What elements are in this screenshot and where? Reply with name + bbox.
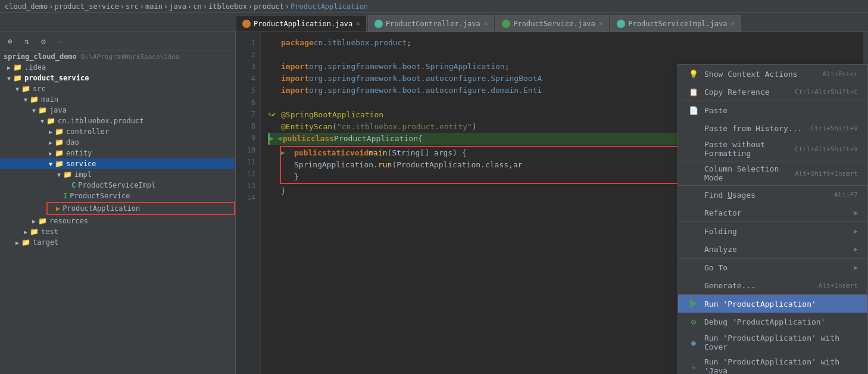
ctx-label-find-usages: Find Usages — [704, 191, 834, 200]
ctx-label-paste-from-history: Paste from History... — [704, 124, 811, 133]
arrow-controller: ▶ — [46, 129, 55, 135]
ctx-debug-productapplication[interactable]: ⚙ Debug 'ProductApplication' — [678, 313, 867, 331]
sidebar-label-dao: dao — [66, 138, 79, 147]
gutter-run-10[interactable]: ▶ — [281, 147, 293, 159]
bc-productapplication[interactable]: ProductApplication — [291, 2, 368, 11]
sidebar-item-main[interactable]: ▼ 📁 main — [0, 94, 235, 105]
bc-sep-3: › — [164, 2, 168, 11]
ctx-folding[interactable]: Folding ▶ — [678, 222, 867, 240]
tab-productcontroller[interactable]: ProductController.java ✕ — [368, 15, 495, 32]
sidebar-item-product-service[interactable]: ▼ 📁 product_service — [0, 73, 235, 83]
ctx-label-generate: Generate... — [704, 281, 819, 290]
sidebar-item-controller[interactable]: ▶ 📁 controller — [0, 126, 235, 137]
ctx-label-go-to: Go To — [704, 263, 854, 272]
sidebar-item-productservice-file[interactable]: I ProductService — [0, 191, 235, 201]
ctx-paste-from-history[interactable]: Paste from History... Ctrl+Shift+V — [678, 119, 867, 137]
sidebar-item-service[interactable]: ▼ 📁 service — [0, 158, 235, 169]
tab-close-productservice[interactable]: ✕ — [599, 20, 603, 27]
folder-icon-product-service: 📁 — [13, 74, 22, 82]
sidebar-item-productapplication[interactable]: ▶ ProductApplication — [46, 202, 235, 215]
sidebar-item-productserviceimpl[interactable]: C ProductServiceImpl — [0, 180, 235, 191]
tab-close-productapplication[interactable]: ✕ — [356, 20, 360, 27]
ctx-paste-without-formatting[interactable]: Paste without Formatting Ctrl+Alt+Shift+… — [678, 137, 867, 161]
ctx-show-context-actions[interactable]: 💡 Show Context Actions Alt+Enter — [678, 65, 867, 83]
ctx-paste[interactable]: 📄 Paste — [678, 101, 867, 119]
ctx-shortcut-copy-reference: Ctrl+Alt+Shift+C — [795, 88, 858, 96]
tab-productserviceimpl[interactable]: ProductServiceImpl.java ✕ — [610, 15, 741, 32]
sidebar-item-target[interactable]: ▶ 📁 target — [0, 237, 235, 248]
sidebar-label-src: src — [33, 85, 46, 93]
refactor-icon — [688, 207, 700, 219]
bc-cloud-demo[interactable]: cloud_demo — [5, 2, 48, 11]
sidebar-label-resources: resources — [49, 217, 88, 225]
ctx-label-paste: Paste — [704, 106, 858, 115]
ctx-label-run-with-coverage: Run 'ProductApplication' with Cover — [704, 334, 858, 351]
ctx-find-usages[interactable]: Find Usages Alt+F7 — [678, 186, 867, 204]
coverage-icon: ◉ — [688, 336, 700, 348]
goto-icon — [688, 261, 700, 273]
toolbar-collapse[interactable]: ⇅ — [20, 35, 33, 48]
bc-product[interactable]: product — [254, 2, 284, 11]
ctx-copy-reference[interactable]: 📋 Copy Reference Ctrl+Alt+Shift+C — [678, 83, 867, 101]
bc-cn[interactable]: cn — [193, 2, 201, 11]
tab-close-productcontroller[interactable]: ✕ — [484, 20, 488, 27]
main-area: ⊕ ⇅ ⚙ — spring_cloud_demo D:\AProgramWor… — [0, 32, 868, 374]
sidebar-item-java[interactable]: ▼ 📁 java — [0, 105, 235, 116]
gutter-run-9[interactable]: ▶ ◀ — [270, 133, 282, 145]
editor-area[interactable]: 1 2 3 4 5 6 7 8 9 10 11 12 13 14 package — [236, 32, 868, 374]
tab-close-productserviceimpl[interactable]: ✕ — [730, 20, 735, 27]
folder-icon-service: 📁 — [55, 160, 64, 168]
tab-productapplication[interactable]: ProductApplication.java ✕ — [236, 15, 367, 32]
ctx-go-to[interactable]: Go To ▶ — [678, 258, 867, 276]
sidebar-item-impl[interactable]: ▼ 📁 impl — [0, 169, 235, 180]
tab-icon-productcontroller — [374, 20, 383, 28]
ctx-run-with-java[interactable]: ☕ Run 'ProductApplication' with 'Java — [678, 354, 867, 374]
sidebar-item-dao[interactable]: ▶ 📁 dao — [0, 137, 235, 148]
ctx-column-selection-mode[interactable]: Column Selection Mode Alt+Shift+Insert — [678, 161, 867, 186]
sidebar-item-idea[interactable]: ▶ 📁 .idea — [0, 62, 235, 73]
bc-java[interactable]: java — [169, 2, 186, 11]
sidebar-item-entity[interactable]: ▶ 📁 entity — [0, 148, 235, 158]
tab-productservice[interactable]: ProductService.java ✕ — [495, 15, 609, 32]
bc-sep-7: › — [285, 2, 289, 11]
ctx-run-with-coverage[interactable]: ◉ Run 'ProductApplication' with Cover — [678, 331, 867, 354]
sidebar-label-cn-pkg: cn.itbluebox.product — [58, 117, 144, 125]
code-line-2 — [268, 49, 861, 61]
tab-icon-productapplication — [242, 20, 251, 28]
arrow-java: ▼ — [30, 107, 38, 114]
copy-icon: 📋 — [688, 86, 700, 98]
folder-icon-resources: 📁 — [38, 217, 47, 225]
folder-icon-test: 📁 — [30, 227, 39, 236]
ctx-shortcut-column-selection-mode: Alt+Shift+Insert — [795, 170, 858, 177]
sidebar-item-productapplication-wrapper: ▶ ProductApplication — [0, 202, 235, 215]
bc-src[interactable]: src — [126, 2, 139, 11]
tab-icon-productserviceimpl — [617, 20, 625, 28]
ctx-label-folding: Folding — [704, 227, 854, 236]
java-run-icon: ☕ — [688, 360, 700, 372]
toolbar-select-in[interactable]: ⊕ — [4, 35, 17, 48]
sidebar-label-product-service: product_service — [24, 74, 89, 82]
toolbar-settings[interactable]: ⚙ — [37, 35, 50, 48]
ctx-generate[interactable]: Generate... Alt+Insert — [678, 276, 867, 295]
ctx-refactor[interactable]: Refactor ▶ — [678, 204, 867, 222]
sidebar-item-src[interactable]: ▼ 📁 src — [0, 83, 235, 94]
sidebar-item-test[interactable]: ▶ 📁 test — [0, 226, 235, 237]
bc-main[interactable]: main — [145, 2, 163, 11]
folder-icon-entity: 📁 — [55, 149, 64, 157]
sidebar-label-productservice-file: ProductService — [70, 192, 130, 200]
ctx-label-copy-reference: Copy Reference — [704, 88, 795, 96]
sidebar-item-cn-pkg[interactable]: ▼ 📁 cn.itbluebox.product — [0, 116, 235, 126]
project-name: spring_cloud_demo — [4, 52, 77, 61]
bc-itbluebox[interactable]: itbluebox — [208, 2, 247, 11]
project-path: D:\AProgramWorkSpace\idea — [81, 53, 180, 61]
sidebar-item-resources[interactable]: ▶ 📁 resources — [0, 216, 235, 226]
bc-product-service[interactable]: product_service — [54, 2, 118, 11]
run-icon — [688, 298, 700, 310]
arrow-dao: ▶ — [46, 139, 55, 146]
toolbar-minimize[interactable]: — — [54, 35, 67, 48]
ctx-run-productapplication[interactable]: Run 'ProductApplication' — [678, 295, 867, 313]
ctx-analyze[interactable]: Analyze ▶ — [678, 240, 867, 258]
tab-label-productserviceimpl: ProductServiceImpl.java — [628, 20, 727, 28]
sidebar-label-productapplication: ProductApplication — [63, 204, 140, 213]
folding-icon — [688, 225, 700, 237]
